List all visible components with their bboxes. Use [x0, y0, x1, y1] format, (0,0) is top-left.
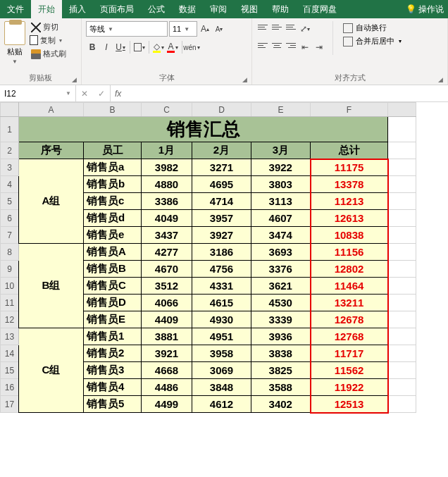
paste-button[interactable]: 粘贴 ▼: [4, 21, 25, 65]
wrap-text-button[interactable]: 自动换行: [340, 21, 404, 35]
month-cell[interactable]: 4880: [142, 176, 192, 193]
month-cell[interactable]: 3848: [192, 379, 251, 396]
month-cell[interactable]: 4277: [142, 244, 192, 261]
row-header-17[interactable]: 17: [1, 396, 19, 413]
row-header-9[interactable]: 9: [1, 261, 19, 278]
tab-视图[interactable]: 视图: [234, 0, 265, 18]
month-cell[interactable]: 3339: [251, 311, 311, 328]
employee-cell[interactable]: 销售员a: [84, 159, 142, 176]
month-cell[interactable]: 3271: [192, 159, 251, 176]
decrease-indent-button[interactable]: ⇤: [299, 39, 311, 55]
month-cell[interactable]: 4670: [142, 261, 192, 278]
total-cell[interactable]: 12613: [311, 210, 388, 227]
align-right-button[interactable]: [285, 39, 297, 51]
month-cell[interactable]: 4668: [142, 362, 192, 379]
month-cell[interactable]: 3621: [251, 278, 311, 295]
increase-indent-button[interactable]: ⇥: [313, 39, 325, 55]
font-size-combo[interactable]: 11▼: [169, 21, 197, 37]
col-header-D[interactable]: D: [192, 103, 251, 117]
group-cell[interactable]: B组: [19, 244, 84, 328]
employee-cell[interactable]: 销售员D: [84, 295, 142, 311]
col-header-E[interactable]: E: [251, 103, 311, 117]
copy-button[interactable]: 复制▾: [30, 35, 68, 47]
fx-label[interactable]: fx: [111, 85, 125, 101]
employee-cell[interactable]: 销售员2: [84, 345, 142, 362]
month-cell[interactable]: 3982: [142, 159, 192, 176]
align-middle-button[interactable]: [270, 21, 283, 32]
month-cell[interactable]: 3921: [142, 345, 192, 362]
month-cell[interactable]: 3588: [251, 379, 311, 396]
tab-公式[interactable]: 公式: [141, 0, 172, 18]
spreadsheet[interactable]: ABCDEF1销售汇总2序号员工1月2月3月总计3A组销售员a398232713…: [0, 102, 448, 414]
employee-cell[interactable]: 销售员5: [84, 396, 142, 413]
align-left-button[interactable]: [256, 39, 269, 51]
total-cell[interactable]: 11156: [311, 244, 388, 261]
month-cell[interactable]: 3437: [142, 227, 192, 244]
phonetic-button[interactable]: wén▾: [185, 39, 198, 55]
employee-cell[interactable]: 销售员b: [84, 176, 142, 193]
month-cell[interactable]: 4930: [192, 311, 251, 328]
row-header-6[interactable]: 6: [1, 210, 19, 227]
month-cell[interactable]: 3113: [251, 193, 311, 210]
month-cell[interactable]: 3376: [251, 261, 311, 278]
tell-me[interactable]: 💡 操作说: [402, 4, 448, 16]
orientation-button[interactable]: ⤢▾: [299, 21, 311, 37]
clipboard-launcher[interactable]: ◢: [72, 76, 77, 83]
employee-cell[interactable]: 销售员1: [84, 328, 142, 345]
tab-插入[interactable]: 插入: [62, 0, 93, 18]
total-cell[interactable]: 11562: [311, 362, 388, 379]
month-cell[interactable]: 4615: [192, 295, 251, 311]
month-cell[interactable]: 4331: [192, 278, 251, 295]
tab-数据[interactable]: 数据: [172, 0, 203, 18]
tab-帮助[interactable]: 帮助: [265, 0, 296, 18]
total-cell[interactable]: 13211: [311, 295, 388, 311]
tab-百度网盘[interactable]: 百度网盘: [296, 0, 344, 18]
month-cell[interactable]: 3402: [251, 396, 311, 413]
header-cell[interactable]: 员工: [84, 142, 142, 159]
month-cell[interactable]: 4066: [142, 295, 192, 311]
total-cell[interactable]: 11213: [311, 193, 388, 210]
col-header-F[interactable]: F: [311, 103, 388, 117]
month-cell[interactable]: 4499: [142, 396, 192, 413]
total-cell[interactable]: 12768: [311, 328, 388, 345]
tab-审阅[interactable]: 审阅: [203, 0, 234, 18]
font-color-button[interactable]: A▾: [166, 39, 179, 55]
increase-font-button[interactable]: A▴: [199, 21, 211, 37]
total-cell[interactable]: 12802: [311, 261, 388, 278]
employee-cell[interactable]: 销售员B: [84, 261, 142, 278]
row-header-13[interactable]: 13: [1, 328, 19, 345]
employee-cell[interactable]: 销售员A: [84, 244, 142, 261]
month-cell[interactable]: 3927: [192, 227, 251, 244]
month-cell[interactable]: 3803: [251, 176, 311, 193]
employee-cell[interactable]: 销售员4: [84, 379, 142, 396]
row-header-3[interactable]: 3: [1, 159, 19, 176]
col-header-extra[interactable]: [388, 103, 416, 117]
month-cell[interactable]: 3186: [192, 244, 251, 261]
row-header-1[interactable]: 1: [1, 117, 19, 142]
row-header-15[interactable]: 15: [1, 362, 19, 379]
header-cell[interactable]: 总计: [311, 142, 388, 159]
month-cell[interactable]: 3922: [251, 159, 311, 176]
tab-页面布局[interactable]: 页面布局: [93, 0, 141, 18]
row-header-4[interactable]: 4: [1, 176, 19, 193]
row-header-12[interactable]: 12: [1, 311, 19, 328]
alignment-launcher[interactable]: ◢: [438, 76, 443, 83]
header-cell[interactable]: 1月: [142, 142, 192, 159]
month-cell[interactable]: 4756: [192, 261, 251, 278]
align-top-button[interactable]: [256, 21, 269, 32]
formula-input[interactable]: [125, 85, 448, 101]
font-launcher[interactable]: ◢: [242, 76, 247, 83]
row-header-8[interactable]: 8: [1, 244, 19, 261]
font-name-combo[interactable]: 等线▼: [86, 21, 168, 37]
header-cell[interactable]: 2月: [192, 142, 251, 159]
sheet-title-cell[interactable]: 销售汇总: [19, 117, 388, 142]
employee-cell[interactable]: 销售员C: [84, 278, 142, 295]
month-cell[interactable]: 4486: [142, 379, 192, 396]
format-painter-button[interactable]: 格式刷: [30, 48, 68, 60]
employee-cell[interactable]: 销售员d: [84, 210, 142, 227]
row-header-7[interactable]: 7: [1, 227, 19, 244]
month-cell[interactable]: 4049: [142, 210, 192, 227]
align-center-button[interactable]: [270, 39, 283, 51]
select-all-corner[interactable]: [1, 103, 19, 117]
employee-cell[interactable]: 销售员e: [84, 227, 142, 244]
